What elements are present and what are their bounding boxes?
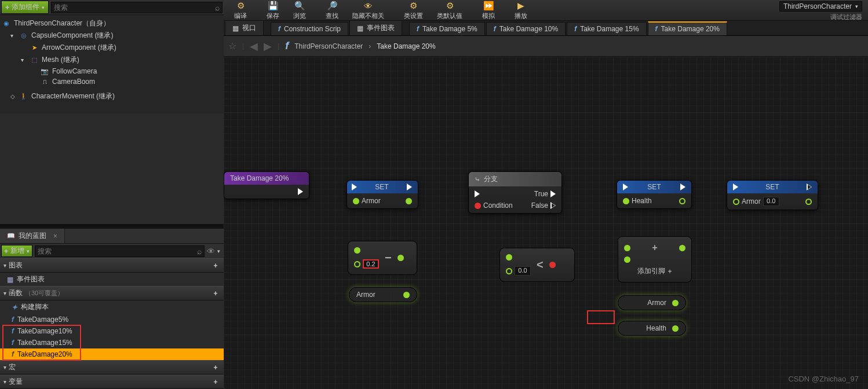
add-variable-button[interactable]: + bbox=[211, 377, 220, 387]
tab-td10[interactable]: fTake Damage 10% bbox=[486, 22, 566, 35]
expand-icon[interactable]: ▾ bbox=[3, 290, 6, 296]
expand-icon[interactable]: ▾ bbox=[3, 364, 6, 370]
armor-in-pin[interactable]: Armor bbox=[353, 197, 381, 205]
node-add[interactable]: + 添加引脚+ bbox=[618, 236, 692, 282]
compare-b-input[interactable]: 0.0 bbox=[515, 266, 531, 276]
tree-item[interactable]: ⎍CameraBoom bbox=[0, 76, 224, 87]
armor-in-pin[interactable]: Armor0.0 bbox=[733, 197, 779, 206]
nav-forward-icon[interactable]: ▶ bbox=[264, 40, 272, 53]
caret-down-icon[interactable]: ▾ bbox=[217, 248, 220, 254]
add-new-button[interactable]: + 新增 ▾ bbox=[1, 245, 32, 257]
add-b-pin[interactable] bbox=[624, 256, 685, 263]
function-item-selected[interactable]: fTakeDamage20% bbox=[0, 348, 224, 360]
exec-in-pin[interactable] bbox=[352, 184, 357, 190]
add-a-pin[interactable] bbox=[624, 245, 630, 251]
expand-icon[interactable]: ▾ bbox=[10, 32, 16, 39]
add-out-pin[interactable] bbox=[679, 245, 685, 251]
tree-root[interactable]: ◉ ThirdPersonCharacter（自身） bbox=[0, 17, 224, 30]
add-chart-button[interactable]: + bbox=[211, 261, 220, 270]
add-pin-button[interactable]: 添加引脚+ bbox=[624, 266, 685, 276]
compare-b-pin[interactable]: 0.0 bbox=[506, 266, 531, 276]
debug-object-dropdown[interactable]: ThirdPersonCharacter▾ bbox=[779, 1, 862, 12]
armor-value-input[interactable]: 0.0 bbox=[763, 197, 779, 206]
eye-icon[interactable]: 👁 bbox=[207, 247, 215, 256]
simulate-button[interactable]: ⏩模拟 bbox=[475, 0, 502, 21]
exec-in-pin[interactable] bbox=[475, 190, 480, 197]
save-button[interactable]: 💾保存 bbox=[260, 0, 286, 21]
tab-event-graph[interactable]: ▦事件图表 bbox=[349, 20, 402, 35]
function-item[interactable]: ✦构建脚本 bbox=[0, 300, 224, 314]
blueprint-search[interactable]: ⌕ bbox=[35, 245, 205, 257]
tab-td15[interactable]: fTake Damage 15% bbox=[567, 22, 646, 35]
node-set-armor-zero[interactable]: SET Armor0.0 bbox=[727, 180, 818, 210]
health-out-pin[interactable] bbox=[679, 198, 685, 204]
armor-out-pin[interactable] bbox=[672, 300, 679, 306]
tab-td20[interactable]: fTake Damage 20% bbox=[648, 21, 727, 35]
tab-viewport[interactable]: ▦视口 bbox=[225, 20, 264, 35]
expand-icon[interactable]: ▾ bbox=[3, 262, 6, 269]
compare-out-pin[interactable] bbox=[549, 262, 556, 268]
find-button[interactable]: 🔎查找 bbox=[319, 0, 345, 21]
armor-out-pin[interactable] bbox=[403, 292, 410, 298]
section-variables[interactable]: ▾变量 + bbox=[0, 375, 224, 389]
subtract-b-pin[interactable]: 0.2 bbox=[354, 259, 379, 269]
breadcrumb-class[interactable]: ThirdPersonCharacter bbox=[294, 42, 363, 50]
node-less-than[interactable]: 0.0 < bbox=[499, 248, 575, 282]
component-search[interactable]: ⌕ bbox=[51, 2, 223, 13]
add-macro-button[interactable]: + bbox=[211, 363, 220, 372]
node-set-health[interactable]: SET Health bbox=[617, 180, 692, 209]
add-function-button[interactable]: + bbox=[211, 289, 220, 298]
browse-button[interactable]: 🔍浏览 bbox=[286, 0, 313, 21]
tree-item[interactable]: ➤ArrowComponent (继承) bbox=[0, 42, 224, 54]
tree-item[interactable]: ▾◎CapsuleComponent (继承) bbox=[0, 30, 224, 42]
tree-item[interactable]: ◇🚶CharacterMovement (继承) bbox=[0, 90, 224, 102]
function-item[interactable]: fTakeDamage15% bbox=[0, 337, 224, 348]
compare-a-pin[interactable] bbox=[506, 254, 531, 260]
node-get-armor-2[interactable]: Armor bbox=[618, 295, 686, 310]
health-in-pin[interactable]: Health bbox=[623, 197, 652, 205]
close-icon[interactable]: × bbox=[53, 232, 57, 240]
blueprint-search-input[interactable] bbox=[38, 247, 197, 255]
tab-construction[interactable]: fConstruction Scrip bbox=[271, 22, 348, 35]
condition-pin[interactable]: Condition bbox=[475, 201, 513, 210]
subtract-a-pin[interactable] bbox=[354, 247, 379, 254]
section-charts[interactable]: ▾图表 + bbox=[0, 258, 224, 273]
compile-button[interactable]: ⚙编译 bbox=[227, 0, 254, 21]
breadcrumb-function[interactable]: Take Damage 20% bbox=[377, 42, 435, 50]
node-get-health[interactable]: Health bbox=[618, 321, 686, 336]
node-get-armor[interactable]: Armor bbox=[349, 287, 417, 302]
true-out-pin[interactable]: True bbox=[534, 190, 556, 198]
add-component-button[interactable]: + 添加组件 ▾ bbox=[1, 1, 49, 14]
section-macros[interactable]: ▾宏 + bbox=[0, 360, 224, 375]
function-item[interactable]: fTakeDamage10% bbox=[0, 325, 224, 337]
exec-in-pin[interactable] bbox=[733, 184, 738, 190]
exec-out-pin[interactable] bbox=[407, 184, 412, 190]
component-search-input[interactable] bbox=[54, 3, 215, 12]
tree-item[interactable]: 📷FollowCamera bbox=[0, 66, 224, 76]
my-blueprint-tab[interactable]: 📖 我的蓝图 × bbox=[0, 229, 65, 243]
exec-out-pin[interactable] bbox=[680, 184, 685, 190]
blueprint-graph[interactable]: Take Damage 20% SET Armor 0.2 − bbox=[224, 57, 868, 389]
exec-out-pin[interactable] bbox=[807, 184, 812, 190]
class-defaults-button[interactable]: ⚙类默认值 bbox=[430, 0, 469, 21]
play-button[interactable]: ▶播放 bbox=[508, 0, 534, 21]
expand-icon[interactable]: ▾ bbox=[21, 57, 27, 63]
tab-td5[interactable]: fTake Damage 5% bbox=[409, 22, 485, 35]
node-set-armor[interactable]: SET Armor bbox=[347, 180, 418, 209]
class-settings-button[interactable]: ⚙类设置 bbox=[397, 0, 430, 21]
nav-back-icon[interactable]: ◀ bbox=[250, 40, 258, 53]
node-function-entry[interactable]: Take Damage 20% bbox=[224, 171, 309, 199]
subtract-b-input[interactable]: 0.2 bbox=[363, 259, 379, 269]
hide-unrelated-button[interactable]: 👁隐藏不相关 bbox=[345, 0, 391, 21]
health-out-pin[interactable] bbox=[672, 325, 679, 332]
exec-in-pin[interactable] bbox=[623, 184, 628, 190]
function-item[interactable]: fTakeDamage5% bbox=[0, 314, 224, 325]
armor-out-pin[interactable] bbox=[805, 199, 812, 205]
favorite-icon[interactable]: ☆ bbox=[228, 41, 236, 52]
tree-item[interactable]: ▾⬚Mesh (继承) bbox=[0, 54, 224, 66]
section-functions[interactable]: ▾函数（30可覆盖） + bbox=[0, 286, 224, 300]
subtract-out-pin[interactable] bbox=[397, 255, 404, 261]
node-subtract[interactable]: 0.2 − bbox=[348, 241, 417, 275]
exec-out-pin[interactable] bbox=[298, 188, 303, 195]
panel-splitter[interactable] bbox=[0, 224, 224, 229]
